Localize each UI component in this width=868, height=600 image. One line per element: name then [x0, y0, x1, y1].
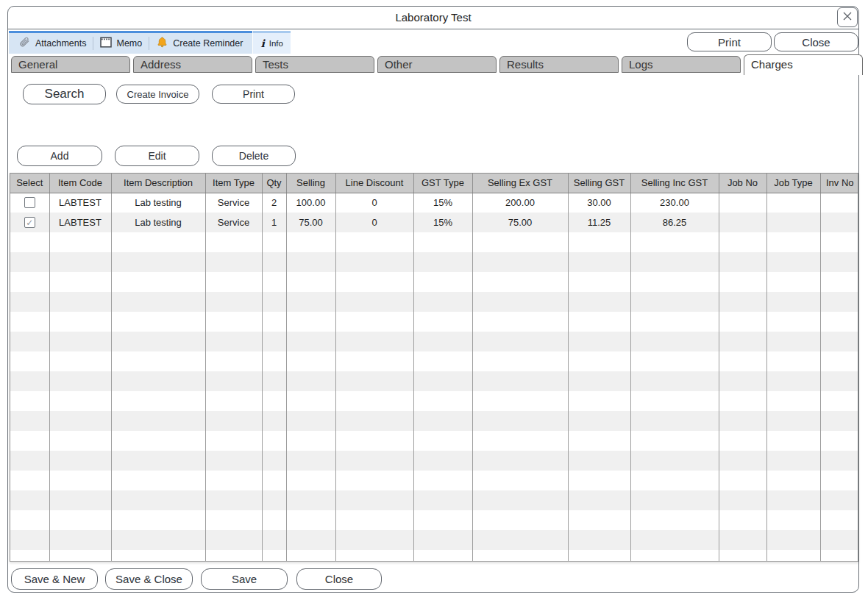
- tab-address[interactable]: Address: [133, 56, 252, 73]
- cell-job-type: [766, 510, 820, 530]
- cell-selling: [286, 550, 335, 562]
- cell-gst-type: [413, 411, 472, 431]
- cell-select: [10, 411, 49, 431]
- create-invoice-button[interactable]: Create Invoice: [116, 85, 199, 104]
- column-header-selling-gst[interactable]: Selling GST: [568, 174, 630, 193]
- cell-select: [10, 193, 49, 213]
- cell-line-discount: 0: [335, 213, 413, 232]
- close-button-top[interactable]: Close: [774, 32, 858, 51]
- cell-selling-gst: [568, 490, 630, 510]
- cell-line-discount: [335, 351, 413, 371]
- cell-selling-gst: [568, 232, 630, 252]
- cell-selling-ex-gst: [472, 252, 568, 272]
- cell-inv-no: [820, 272, 858, 292]
- cell-line-discount: [335, 252, 413, 272]
- column-header-qty[interactable]: Qty: [262, 174, 286, 193]
- cell-job-type: [766, 351, 820, 371]
- cell-selling-inc-gst: [630, 292, 719, 312]
- cell-item-description: [111, 292, 205, 312]
- tab-results[interactable]: Results: [499, 56, 619, 73]
- column-header-item-code[interactable]: Item Code: [49, 174, 111, 193]
- column-header-select[interactable]: Select: [10, 174, 49, 193]
- edit-button[interactable]: Edit: [115, 146, 199, 166]
- cell-select: [10, 232, 49, 252]
- cell-selling: [286, 252, 335, 272]
- close-icon: [842, 10, 853, 25]
- cell-line-discount: 0: [335, 193, 413, 213]
- search-button[interactable]: Search: [23, 84, 106, 104]
- cell-job-no: [719, 312, 766, 332]
- cell-job-no: [719, 550, 766, 562]
- save-and-new-button[interactable]: Save & New: [11, 568, 98, 590]
- tab-logs[interactable]: Logs: [622, 56, 741, 73]
- column-header-inv-no[interactable]: Inv No: [820, 174, 858, 193]
- column-header-item-description[interactable]: Item Description: [111, 174, 205, 193]
- window-title: Laboratory Test: [8, 11, 858, 24]
- cell-gst-type: [413, 272, 472, 292]
- cell-selling-gst: [568, 471, 630, 490]
- column-header-line-discount[interactable]: Line Discount: [335, 174, 413, 193]
- cell-job-type: [766, 371, 820, 391]
- column-header-selling[interactable]: Selling: [286, 174, 335, 193]
- cell-qty: [262, 451, 286, 471]
- add-button[interactable]: Add: [17, 146, 102, 166]
- cell-gst-type: [413, 451, 472, 471]
- memo-button[interactable]: Memo: [93, 33, 149, 54]
- column-header-selling-ex-gst[interactable]: Selling Ex GST: [472, 174, 568, 193]
- cell-gst-type: [413, 431, 472, 451]
- cell-job-no: [719, 272, 766, 292]
- cell-job-no: [719, 490, 766, 510]
- cell-selling: [286, 351, 335, 371]
- cell-inv-no: [820, 213, 858, 232]
- column-header-job-type[interactable]: Job Type: [766, 174, 820, 193]
- cell-item-type: [205, 252, 262, 272]
- tab-tests[interactable]: Tests: [255, 56, 374, 73]
- cell-job-type: [766, 272, 820, 292]
- cell-job-type: [766, 451, 820, 471]
- column-header-item-type[interactable]: Item Type: [205, 174, 262, 193]
- column-header-gst-type[interactable]: GST Type: [413, 174, 472, 193]
- cell-selling-inc-gst: 86.25: [630, 213, 719, 232]
- delete-button[interactable]: Delete: [212, 146, 296, 166]
- cell-item-description: [111, 252, 205, 272]
- cell-job-no: [719, 193, 766, 213]
- cell-selling-ex-gst: [472, 490, 568, 510]
- cell-inv-no: [820, 411, 858, 431]
- cell-qty: [262, 332, 286, 351]
- window-close-button[interactable]: [837, 7, 858, 27]
- info-button[interactable]: i Info: [259, 33, 285, 54]
- save-button[interactable]: Save: [201, 568, 288, 590]
- cell-inv-no: [820, 391, 858, 411]
- cell-selling: [286, 530, 335, 550]
- cell-selling-inc-gst: [630, 351, 719, 371]
- create-reminder-button[interactable]: Create Reminder: [149, 33, 249, 54]
- cell-selling-ex-gst: [472, 550, 568, 562]
- tab-charges[interactable]: Charges: [744, 54, 863, 75]
- cell-selling-ex-gst: [472, 371, 568, 391]
- cell-selling-gst: [568, 411, 630, 431]
- tab-other[interactable]: Other: [377, 56, 497, 73]
- column-header-job-no[interactable]: Job No: [719, 174, 766, 193]
- info-icon: i: [260, 38, 264, 49]
- cell-item-type: [205, 550, 262, 562]
- cell-item-description: [111, 232, 205, 252]
- column-header-selling-inc-gst[interactable]: Selling Inc GST: [630, 174, 719, 193]
- attachments-button[interactable]: Attachments: [12, 33, 93, 54]
- print-button[interactable]: Print: [212, 85, 295, 104]
- table-empty-row: [10, 451, 858, 471]
- table-empty-row: [10, 391, 858, 411]
- cell-qty: [262, 371, 286, 391]
- cell-job-no: [719, 213, 766, 232]
- print-button-top[interactable]: Print: [687, 32, 772, 51]
- row-checkbox[interactable]: [24, 197, 35, 208]
- cell-selling: [286, 232, 335, 252]
- close-button-bottom[interactable]: Close: [296, 568, 382, 590]
- tab-general[interactable]: General: [11, 56, 130, 73]
- cell-inv-no: [820, 332, 858, 351]
- cell-inv-no: [820, 451, 858, 471]
- row-checkbox-checked[interactable]: ✓: [24, 217, 35, 228]
- save-and-close-button[interactable]: Save & Close: [105, 568, 193, 590]
- cell-selling-gst: [568, 431, 630, 451]
- cell-item-type: [205, 312, 262, 332]
- cell-item-description: [111, 312, 205, 332]
